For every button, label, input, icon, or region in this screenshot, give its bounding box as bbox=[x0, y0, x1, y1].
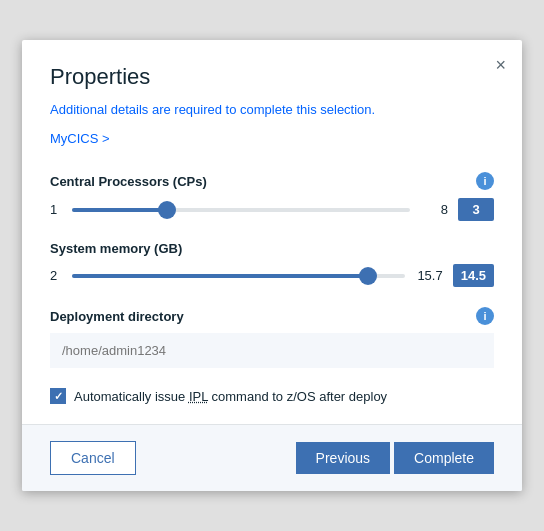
memory-slider-wrapper[interactable] bbox=[72, 266, 405, 286]
cp-section: Central Processors (CPs) i 1 8 3 bbox=[50, 172, 494, 221]
cp-slider-fill bbox=[72, 208, 167, 212]
checkbox-row: Automatically issue IPL command to z/OS … bbox=[50, 388, 494, 404]
dialog-header: Properties Additional details are requir… bbox=[22, 40, 522, 172]
cp-label-row: Central Processors (CPs) i bbox=[50, 172, 494, 190]
cp-slider-track bbox=[72, 208, 410, 212]
memory-min: 2 bbox=[50, 268, 62, 283]
cp-slider-wrapper[interactable] bbox=[72, 200, 410, 220]
directory-section: Deployment directory i bbox=[50, 307, 494, 368]
cp-slider-row: 1 8 3 bbox=[50, 198, 494, 221]
cp-slider-thumb[interactable] bbox=[158, 201, 176, 219]
previous-button[interactable]: Previous bbox=[296, 442, 390, 474]
directory-label: Deployment directory bbox=[50, 309, 184, 324]
checkbox-label: Automatically issue IPL command to z/OS … bbox=[74, 389, 387, 404]
directory-input[interactable] bbox=[50, 333, 494, 368]
memory-slider-row: 2 15.7 14.5 bbox=[50, 264, 494, 287]
memory-value-box: 14.5 bbox=[453, 264, 494, 287]
cp-info-icon[interactable]: i bbox=[476, 172, 494, 190]
memory-label-row: System memory (GB) bbox=[50, 241, 494, 256]
cancel-button[interactable]: Cancel bbox=[50, 441, 136, 475]
memory-max: 15.7 bbox=[415, 268, 443, 283]
memory-label: System memory (GB) bbox=[50, 241, 182, 256]
directory-info-icon[interactable]: i bbox=[476, 307, 494, 325]
complete-button[interactable]: Complete bbox=[394, 442, 494, 474]
directory-label-row: Deployment directory i bbox=[50, 307, 494, 325]
cp-min: 1 bbox=[50, 202, 62, 217]
memory-section: System memory (GB) 2 15.7 14.5 bbox=[50, 241, 494, 287]
ipl-checkbox[interactable] bbox=[50, 388, 66, 404]
properties-dialog: Properties Additional details are requir… bbox=[22, 40, 522, 491]
action-buttons: Previous Complete bbox=[296, 442, 494, 474]
memory-slider-track bbox=[72, 274, 405, 278]
memory-slider-fill bbox=[72, 274, 368, 278]
dialog-subtitle: Additional details are required to compl… bbox=[50, 102, 494, 117]
checkbox-label-after: command to z/OS after deploy bbox=[208, 389, 387, 404]
cp-value-box: 3 bbox=[458, 198, 494, 221]
checkbox-label-before: Automatically issue bbox=[74, 389, 189, 404]
cp-max: 8 bbox=[420, 202, 448, 217]
close-button[interactable]: × bbox=[495, 56, 506, 74]
memory-slider-thumb[interactable] bbox=[359, 267, 377, 285]
breadcrumb[interactable]: MyCICS > bbox=[50, 131, 494, 146]
cp-label: Central Processors (CPs) bbox=[50, 174, 207, 189]
dialog-footer: Cancel Previous Complete bbox=[22, 424, 522, 491]
dialog-body: Central Processors (CPs) i 1 8 3 System … bbox=[22, 172, 522, 424]
ipl-text: IPL bbox=[189, 389, 208, 404]
dialog-title: Properties bbox=[50, 64, 494, 90]
